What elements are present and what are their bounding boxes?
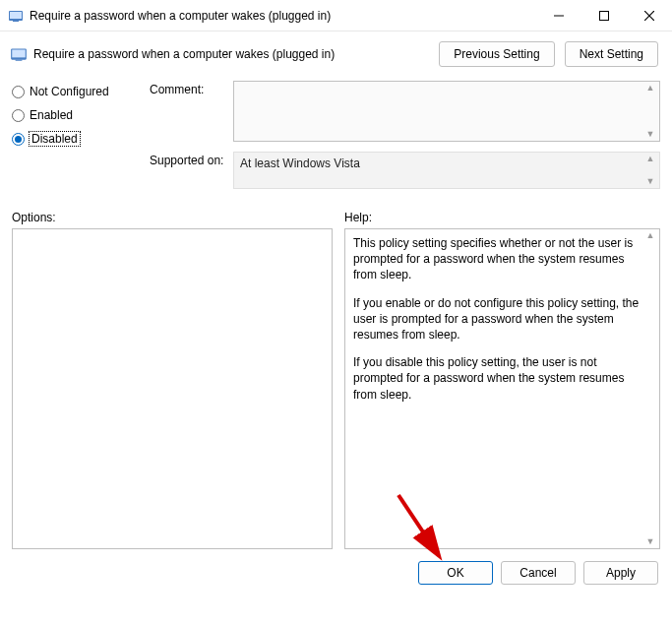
radio-not-configured[interactable]: Not Configured [12,85,140,98]
svg-rect-8 [12,50,26,58]
radio-enabled[interactable]: Enabled [12,108,140,122]
cancel-button[interactable]: Cancel [501,561,576,585]
scroll-up-icon[interactable]: ▲ [643,84,657,93]
policy-title: Require a password when a computer wakes… [33,47,335,61]
scroll-down-icon[interactable]: ▼ [643,130,657,139]
panes-labels: Options: Help: [0,199,672,228]
scroll-arrows: ▲ ▼ [643,84,657,139]
svg-rect-1 [10,12,22,19]
policy-icon [10,45,28,63]
radio-label: Not Configured [30,85,109,98]
apply-button[interactable]: Apply [583,561,658,585]
supported-label: Supported on: [150,152,233,189]
window-title: Require a password when a computer wakes… [30,9,536,23]
radio-disabled[interactable]: Disabled [12,132,140,146]
help-text: This policy setting specifies whether or… [353,235,640,283]
scroll-up-icon[interactable]: ▲ [643,155,657,163]
ok-button[interactable]: OK [418,561,493,585]
scroll-arrows: ▲ ▼ [643,155,657,186]
next-setting-button[interactable]: Next Setting [565,41,658,67]
titlebar: Require a password when a computer wakes… [0,0,672,31]
help-text: If you enable or do not configure this p… [353,295,640,344]
scroll-up-icon[interactable]: ▲ [643,231,657,240]
header-row: Require a password when a computer wakes… [0,31,672,73]
minimize-button[interactable] [536,0,581,31]
radio-circle-icon [12,86,25,98]
help-text: If you disable this policy setting, the … [353,354,640,403]
svg-rect-4 [600,11,609,20]
scroll-arrows: ▲ ▼ [643,231,657,546]
supported-on-box: At least Windows Vista ▲ ▼ [233,152,660,189]
comment-textarea[interactable]: ▲ ▼ [233,81,660,142]
comment-label: Comment: [150,81,233,142]
panes: This policy setting specifies whether or… [0,228,672,549]
state-radio-group: Not Configured Enabled Disabled [12,81,140,199]
radio-label: Disabled [30,132,80,146]
svg-rect-2 [13,21,19,22]
svg-rect-9 [16,60,23,61]
options-pane [12,228,333,549]
options-label: Options: [12,211,333,224]
footer-buttons: OK Cancel Apply [0,549,672,585]
help-pane: This policy setting specifies whether or… [344,228,660,549]
policy-icon [8,8,24,24]
scroll-down-icon[interactable]: ▼ [643,177,657,186]
radio-circle-icon [12,133,25,146]
supported-on-value: At least Windows Vista [240,156,360,170]
close-button[interactable] [627,0,672,31]
window-controls [536,0,672,31]
scroll-down-icon[interactable]: ▼ [643,537,657,546]
radio-circle-icon [12,109,25,122]
config-row: Not Configured Enabled Disabled Comment:… [0,73,672,199]
help-label: Help: [344,211,372,224]
maximize-button[interactable] [581,0,627,31]
radio-label: Enabled [30,108,73,122]
previous-setting-button[interactable]: Previous Setting [439,41,554,67]
